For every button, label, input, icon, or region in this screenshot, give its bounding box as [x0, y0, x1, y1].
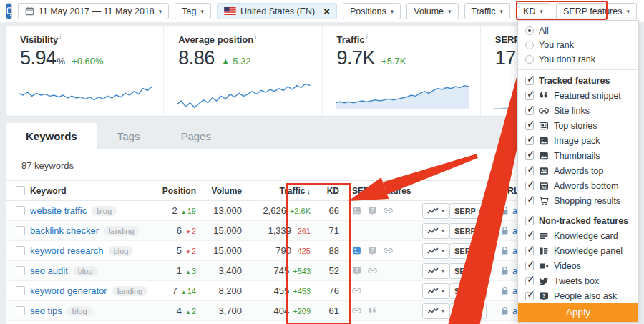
- serp-features-filter-button[interactable]: SERP features▾: [556, 3, 637, 19]
- checkbox-icon: ✓: [525, 277, 534, 285]
- traffic-filter-button[interactable]: Traffic▾: [464, 3, 511, 19]
- chart-line-icon: [427, 307, 439, 315]
- knowledge-card-icon: [539, 231, 549, 241]
- header-traffic-sort[interactable]: Traffic↓: [242, 186, 311, 196]
- positions-filter-button[interactable]: Positions▾: [343, 3, 401, 19]
- chart-line-icon: [427, 207, 439, 215]
- svg-text:?: ?: [371, 207, 374, 212]
- serp-dropdown-button[interactable]: SERP▾: [449, 243, 487, 259]
- dropdown-option-adwords-bottom[interactable]: ✓AdAdwords bottom: [518, 178, 638, 193]
- checkbox-icon: ✓: [525, 167, 534, 175]
- dropdown-option-you-rank[interactable]: You rank: [518, 38, 638, 52]
- apply-button[interactable]: Apply: [518, 303, 638, 322]
- keyword-link[interactable]: seo tips: [30, 305, 62, 316]
- kd-cell: 66: [311, 205, 339, 216]
- tab-keywords[interactable]: Keywords: [6, 123, 97, 149]
- position-history-chart-button[interactable]: ▾: [422, 263, 449, 279]
- lock-icon: [501, 266, 509, 275]
- serp-dropdown-button[interactable]: SERP▾: [449, 283, 487, 299]
- checkbox-icon: ✓: [525, 262, 534, 270]
- dropdown-option-all[interactable]: All: [518, 24, 638, 38]
- dropdown-option-people-also-ask[interactable]: ✓?People also ask: [518, 288, 638, 303]
- desktop-icon[interactable]: [6, 4, 12, 19]
- dropdown-option-knowledge-panel[interactable]: ✓Knowledge panel: [518, 243, 638, 258]
- kd-filter-button[interactable]: KD▾: [516, 3, 550, 19]
- knowledge-panel-icon: [539, 246, 549, 256]
- dropdown-option-videos[interactable]: ✓Videos: [518, 258, 638, 273]
- tag-filter-button[interactable]: Tag▾: [175, 3, 211, 19]
- serp-dropdown-button[interactable]: SERP▾: [449, 203, 487, 219]
- volume-filter-button[interactable]: Volume▾: [406, 3, 458, 19]
- select-all-checkbox[interactable]: [16, 186, 25, 195]
- serp-dropdown-button[interactable]: SERP▾: [449, 263, 487, 279]
- metric-traffic: Traffici 9.7K+5.7K: [322, 26, 480, 116]
- serp-dropdown-button[interactable]: SERP▾: [449, 223, 487, 239]
- row-checkbox[interactable]: [16, 286, 25, 295]
- dropdown-option-knowledge-card[interactable]: ✓Knowledge card: [518, 228, 638, 243]
- volume-cell: 3,700: [196, 305, 242, 316]
- traffic-cell: 404+209: [242, 305, 311, 316]
- kd-cell: 61: [311, 305, 339, 316]
- dropdown-option-non-tracked-features[interactable]: ✓Non-tracked features: [518, 213, 638, 228]
- chart-line-icon: [427, 287, 439, 295]
- header-kd: KD: [311, 186, 339, 196]
- keyword-link[interactable]: keyword generator: [30, 285, 107, 296]
- average-position-sparkline: [177, 81, 310, 109]
- row-checkbox[interactable]: [16, 306, 25, 315]
- shopping-results-icon: [539, 196, 549, 206]
- row-checkbox[interactable]: [16, 226, 25, 235]
- position-history-chart-button[interactable]: ▾: [422, 283, 449, 299]
- serp-features-dropdown: AllYou rankYou don't rank✓Tracked featur…: [517, 20, 639, 323]
- dropdown-option-top-stories[interactable]: ✓Top stories: [518, 118, 638, 133]
- row-checkbox[interactable]: [16, 246, 25, 255]
- dropdown-option-you-don-t-rank[interactable]: You don't rank: [518, 52, 638, 67]
- dropdown-option-tracked-features[interactable]: ✓Tracked features: [518, 73, 638, 88]
- metric-visibility: Visibilityi 5.94%+0.60%: [6, 26, 163, 116]
- traffic-cell: 1,339-261: [242, 225, 311, 236]
- dropdown-option-image-pack[interactable]: ✓Image pack: [518, 133, 638, 148]
- country-filter-button[interactable]: United States (EN) ×: [217, 3, 337, 19]
- dropdown-option-shopping-results[interactable]: ✓Shopping results: [518, 193, 638, 208]
- checkbox-icon: ✓: [525, 77, 534, 85]
- site-links-icon: [352, 306, 361, 315]
- adwords-top-icon: Ad: [539, 166, 549, 176]
- keyword-link[interactable]: seo audit: [30, 265, 68, 276]
- dropdown-option-site-links[interactable]: ✓Site links: [518, 103, 638, 118]
- checkbox-icon: ✓: [525, 232, 534, 240]
- position-cell: 4▲2: [150, 305, 196, 316]
- header-volume: Volume: [196, 186, 242, 196]
- top-stories-icon: [539, 121, 549, 131]
- adwords-bottom-icon: Ad: [539, 181, 549, 191]
- tab-pages[interactable]: Pages: [160, 123, 231, 149]
- kd-cell: 76: [311, 285, 339, 296]
- svg-text:Ad: Ad: [542, 185, 547, 189]
- tab-tags[interactable]: Tags: [97, 123, 160, 149]
- videos-icon: [539, 261, 549, 271]
- metric-change: ▲ 5.32: [221, 56, 251, 67]
- dropdown-option-tweets-box[interactable]: ✓Tweets box: [518, 273, 638, 288]
- volume-cell: 13,000: [196, 205, 242, 216]
- serp-features-cell: ?: [339, 246, 414, 255]
- serp-dropdown-button[interactable]: SERP▾: [449, 303, 487, 319]
- position-history-chart-button[interactable]: ▾: [422, 303, 449, 319]
- row-checkbox[interactable]: [16, 206, 25, 215]
- tweets-box-icon: [539, 276, 549, 286]
- calendar-icon: [25, 6, 34, 16]
- position-history-chart-button[interactable]: ▾: [422, 243, 449, 259]
- keyword-link[interactable]: backlink checker: [30, 225, 99, 236]
- site-links-icon: [352, 286, 361, 295]
- dropdown-option-featured-snippet[interactable]: ✓Featured snippet: [518, 88, 638, 103]
- date-range-button[interactable]: 11 May 2017 — 11 May 2018▾: [18, 3, 170, 19]
- keyword-link[interactable]: keyword research: [30, 245, 104, 256]
- keyword-link[interactable]: website traffic: [30, 205, 87, 216]
- row-checkbox[interactable]: [16, 266, 25, 275]
- lock-icon: [501, 246, 509, 255]
- volume-cell: 15,000: [196, 225, 242, 236]
- dropdown-option-thumbnails[interactable]: ✓Thumbnails: [518, 148, 638, 163]
- remove-country-icon[interactable]: ×: [323, 5, 330, 17]
- dropdown-option-adwords-top[interactable]: ✓AdAdwords top: [518, 163, 638, 178]
- position-cell: 1▲3: [150, 265, 196, 276]
- position-history-chart-button[interactable]: ▾: [422, 223, 449, 239]
- image-pack-icon: [352, 246, 361, 255]
- position-history-chart-button[interactable]: ▾: [422, 203, 449, 219]
